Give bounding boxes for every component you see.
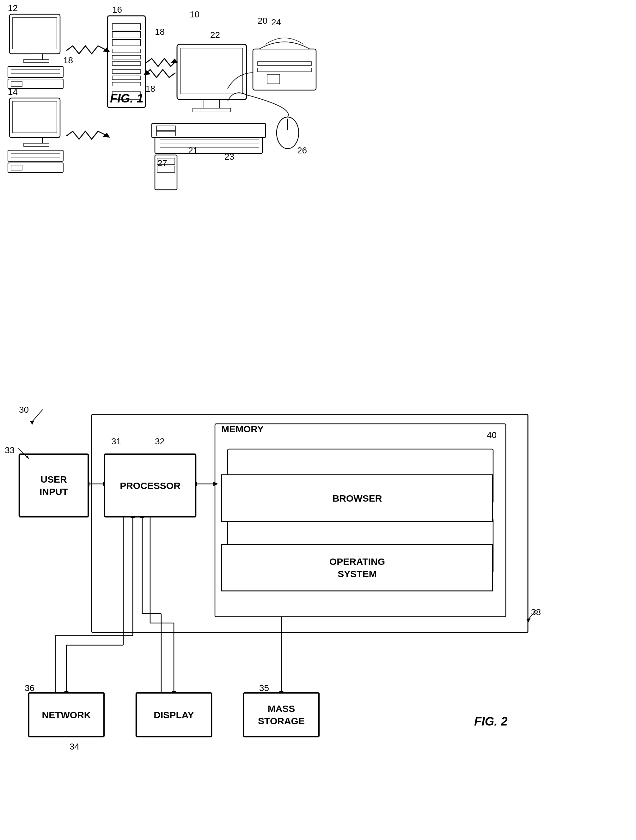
svg-rect-42 <box>30 137 43 144</box>
svg-rect-16 <box>258 68 312 72</box>
svg-rect-24 <box>112 49 141 53</box>
svg-rect-2 <box>204 99 220 109</box>
network-block: NETWORK <box>28 693 104 737</box>
ref-22: 22 <box>210 30 220 40</box>
fig2-label: FIG. 2 <box>474 715 508 728</box>
svg-line-90 <box>528 610 536 620</box>
ref-32: 32 <box>155 436 165 447</box>
svg-rect-48 <box>11 165 22 170</box>
svg-rect-41 <box>13 101 57 133</box>
svg-rect-10 <box>156 131 175 136</box>
ref-26: 26 <box>297 145 307 156</box>
svg-rect-34 <box>24 60 49 63</box>
svg-rect-32 <box>13 17 57 49</box>
svg-rect-29 <box>112 82 141 86</box>
svg-rect-9 <box>156 126 175 131</box>
ref-18a: 18 <box>63 55 73 65</box>
fig2-area: USER INPUT PROCESSOR MEMORY BROWSER OPER… <box>0 398 636 840</box>
ref-16: 16 <box>112 5 122 15</box>
svg-rect-21 <box>112 24 141 30</box>
ref-36: 36 <box>25 683 35 693</box>
svg-marker-87 <box>30 421 34 425</box>
svg-marker-50 <box>103 133 110 137</box>
processor-block: PROCESSOR <box>104 454 196 517</box>
ref-20: 20 <box>258 16 268 26</box>
ref-18b: 18 <box>145 84 155 94</box>
ref-10: 10 <box>190 9 200 20</box>
ref-18c: 18 <box>155 27 165 37</box>
svg-marker-91 <box>526 618 531 622</box>
user-input-block: USER INPUT <box>19 454 88 517</box>
svg-rect-22 <box>112 32 141 38</box>
ref-34: 34 <box>69 742 79 752</box>
browser-block: BROWSER <box>221 474 493 522</box>
svg-line-86 <box>31 410 43 422</box>
svg-rect-28 <box>112 76 141 80</box>
svg-rect-25 <box>112 55 141 59</box>
memory-label: MEMORY <box>221 424 264 434</box>
mass-storage-block: MASS STORAGE <box>243 693 319 737</box>
svg-rect-27 <box>112 69 141 73</box>
ref-12: 12 <box>8 3 18 13</box>
svg-rect-33 <box>30 54 43 60</box>
ref-31: 31 <box>111 436 121 447</box>
svg-rect-35 <box>8 66 63 77</box>
svg-rect-44 <box>8 150 63 161</box>
svg-line-88 <box>18 448 28 458</box>
svg-rect-23 <box>112 39 141 46</box>
svg-rect-43 <box>24 143 49 147</box>
svg-rect-26 <box>112 62 141 65</box>
ref-21: 21 <box>188 145 198 156</box>
ref-14: 14 <box>8 87 18 97</box>
ref-40: 40 <box>487 430 497 440</box>
svg-marker-89 <box>26 455 29 459</box>
ref-23: 23 <box>224 152 234 162</box>
svg-rect-39 <box>11 81 22 86</box>
svg-rect-15 <box>258 62 312 65</box>
svg-rect-17 <box>267 74 280 84</box>
ref-27: 27 <box>157 158 167 168</box>
os-block: OPERATING SYSTEM <box>221 544 493 591</box>
fig1-label: FIG. 1 <box>110 92 143 105</box>
svg-rect-3 <box>193 108 231 112</box>
ref-24: 24 <box>271 17 281 27</box>
display-block: DISPLAY <box>136 693 212 737</box>
svg-rect-1 <box>181 48 243 94</box>
svg-rect-4 <box>155 136 262 153</box>
ref-35: 35 <box>259 683 269 693</box>
fig1-area: 12 14 16 18 18 18 10 22 20 24 26 27 21 2… <box>0 0 636 398</box>
